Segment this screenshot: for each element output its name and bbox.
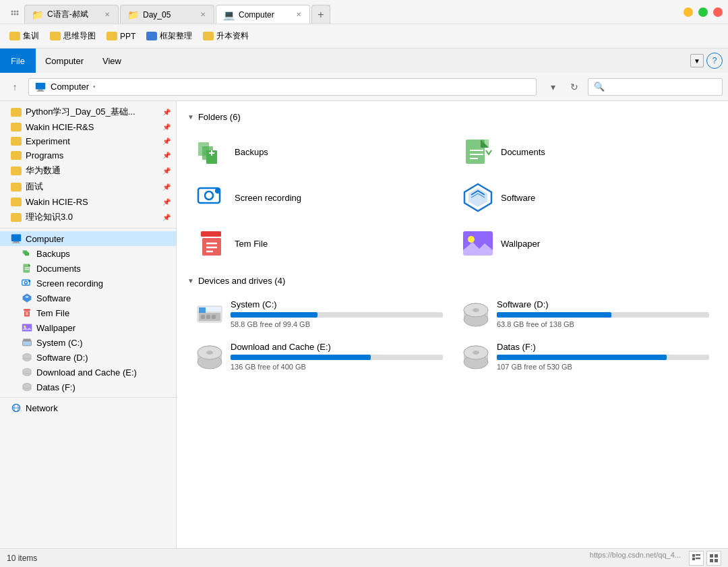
sidebar-item-label: Wakin HCIE-R&S <box>26 122 94 132</box>
drive-d-bar-bg <box>497 312 709 318</box>
folders-section-header: ▼ Folders (6) <box>187 112 717 122</box>
sidebar-item-programs[interactable]: Programs 📌 <box>0 148 176 162</box>
dropdown-button[interactable]: ▾ <box>543 78 562 96</box>
sidebar-item-wallpaper[interactable]: Wallpaper <box>0 320 176 335</box>
close-button[interactable] <box>713 7 723 17</box>
svg-rect-10 <box>13 241 19 243</box>
backups-sidebar-icon <box>22 248 32 259</box>
status-url: https://blog.csdn.net/qq_4... <box>590 551 681 566</box>
tab-day05[interactable]: 📁 Day_05 ✕ <box>120 5 214 24</box>
address-input[interactable]: Computer • <box>28 78 537 96</box>
sidebar-item-theory[interactable]: 理论知识3.0 📌 <box>0 209 176 225</box>
sidebar-documents-label: Documents <box>36 264 81 274</box>
quick-item-jixun[interactable]: 集训 <box>5 29 43 43</box>
svg-point-1 <box>14 11 16 13</box>
folder-item-wallpaper[interactable]: Wallpaper <box>454 222 717 265</box>
tab-day05-close[interactable]: ✕ <box>199 11 207 18</box>
drives-section-label: Devices and drives (4) <box>198 276 285 286</box>
maximize-button[interactable] <box>698 7 708 17</box>
drive-e-sidebar-icon <box>22 367 32 378</box>
tab-c-language-label: C语言-郝斌 <box>47 9 88 20</box>
drive-item-systemc[interactable]: System (C:) 58.8 GB free of 99.4 GB <box>187 294 451 334</box>
folder-item-screen[interactable]: Screen recording <box>187 176 451 219</box>
tab-c-language[interactable]: 📁 C语言-郝斌 ✕ <box>24 5 119 24</box>
sidebar-item-softwared[interactable]: Software (D:) <box>0 350 176 365</box>
quick-item-mindmap[interactable]: 思维导图 <box>46 29 100 43</box>
quick-item-ppt[interactable]: PPT <box>102 30 140 42</box>
sidebar-item-python[interactable]: Python学习_Day_05_基础... 📌 <box>0 104 176 120</box>
drive-f-info: Datas (F:) 107 GB free of 530 GB <box>497 342 709 371</box>
back-button[interactable]: ↑ <box>5 78 24 96</box>
folders-grid: Backups Documents <box>187 130 717 265</box>
expand-button[interactable]: ▼ <box>690 54 704 67</box>
pin-icon: 📌 <box>162 214 171 221</box>
tab-c-language-close[interactable]: ✕ <box>103 11 111 18</box>
view-details-button[interactable] <box>689 551 704 566</box>
pin-icon: 📌 <box>162 123 171 131</box>
software-sidebar-icon <box>22 293 32 303</box>
sidebar-item-huawei[interactable]: 华为数通 📌 <box>0 162 176 179</box>
drives-grid: System (C:) 58.8 GB free of 99.4 GB <box>187 294 717 376</box>
sidebar-item-wakin-hcie-rs2[interactable]: Wakin HCIE-RS 📌 <box>0 195 176 209</box>
menu-computer[interactable]: Computer <box>36 49 93 73</box>
svg-rect-48 <box>481 140 489 148</box>
folder-item-temfile[interactable]: Tem File <box>187 222 451 265</box>
folder-item-documents[interactable]: Documents <box>454 130 717 173</box>
sidebar-item-computer[interactable]: Computer <box>0 231 176 246</box>
folder-icon <box>11 137 22 146</box>
drive-item-downloade[interactable]: Download and Cache (E:) 136 GB free of 4… <box>187 336 451 376</box>
menu-file[interactable]: File <box>0 49 36 73</box>
address-nav-buttons: ▾ ↻ <box>543 78 584 96</box>
sidebar-item-software[interactable]: Software <box>0 291 176 305</box>
menu-view[interactable]: View <box>93 49 131 73</box>
tab-computer[interactable]: 💻 Computer ✕ <box>216 5 310 24</box>
drive-c-bar-bg <box>231 312 443 318</box>
folder-item-software[interactable]: Software <box>454 176 717 219</box>
svg-rect-92 <box>710 554 713 558</box>
drive-f-sidebar-icon <box>22 382 32 392</box>
sidebar-item-screen-recording[interactable]: Screen recording <box>0 276 176 291</box>
sidebar-item-downloade[interactable]: Download and Cache (E:) <box>0 365 176 380</box>
drive-d-info: Software (D:) 63.8 GB free of 138 GB <box>497 299 709 328</box>
search-box[interactable]: 🔍 <box>588 78 723 96</box>
status-count: 10 items <box>7 554 37 563</box>
quick-item-framework[interactable]: 框架整理 <box>142 29 196 43</box>
documents-sidebar-icon <box>22 263 32 274</box>
sidebar-item-datasf[interactable]: Datas (F:) <box>0 380 176 394</box>
software-icon <box>462 181 494 214</box>
sidebar-systemc-label: System (C:) <box>36 338 83 348</box>
svg-point-85 <box>473 351 479 355</box>
quick-access-bar: 集训 思维导图 PPT 框架整理 升本资料 <box>0 24 728 49</box>
new-tab-button[interactable]: + <box>311 5 330 24</box>
view-tiles-button[interactable] <box>706 551 721 566</box>
sidebar-item-label: Wakin HCIE-RS <box>26 197 88 207</box>
sidebar-item-network[interactable]: Network <box>0 400 176 415</box>
sidebar-item-temfile[interactable]: Tem File <box>0 305 176 320</box>
refresh-button[interactable]: ↻ <box>565 78 584 96</box>
drive-f-free: 107 GB free of 530 GB <box>497 363 709 371</box>
temfile-icon <box>195 227 228 260</box>
folders-chevron: ▼ <box>187 113 194 121</box>
drive-item-datasf[interactable]: Datas (F:) 107 GB free of 530 GB <box>454 336 717 376</box>
sidebar-item-experiment[interactable]: Experiment 📌 <box>0 134 176 148</box>
sidebar-item-wakin-hcie-rs[interactable]: Wakin HCIE-R&S 📌 <box>0 120 176 134</box>
menu-computer-label: Computer <box>45 56 84 66</box>
folder-temfile-label: Tem File <box>235 239 268 249</box>
svg-point-3 <box>11 13 13 16</box>
folder-icon <box>11 183 22 191</box>
sidebar-item-backups[interactable]: Backups <box>0 246 176 261</box>
sidebar-item-documents[interactable]: Documents <box>0 261 176 276</box>
quick-item-upgrade[interactable]: 升本资料 <box>199 29 253 43</box>
drive-e-free: 136 GB free of 400 GB <box>231 363 443 371</box>
sidebar-item-interview[interactable]: 面试 📌 <box>0 179 176 195</box>
help-button[interactable]: ? <box>706 53 723 69</box>
folder-backups-label: Backups <box>235 147 268 157</box>
drive-item-softwared[interactable]: Software (D:) 63.8 GB free of 138 GB <box>454 294 717 334</box>
documents-icon <box>462 136 494 168</box>
sidebar-item-systemc[interactable]: System (C:) <box>0 335 176 350</box>
tab-computer-close[interactable]: ✕ <box>295 11 303 18</box>
sidebar-wallpaper-label: Wallpaper <box>36 323 75 333</box>
minimize-button[interactable] <box>684 7 693 17</box>
svg-rect-57 <box>201 231 221 237</box>
folder-item-backups[interactable]: Backups <box>187 130 451 173</box>
